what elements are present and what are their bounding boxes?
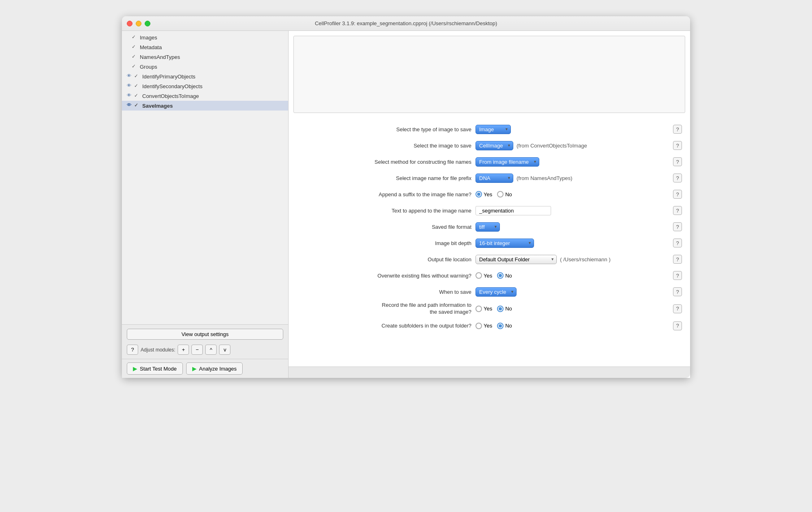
control-text-append xyxy=(475,206,673,215)
record-no-label: No xyxy=(505,306,512,312)
file-construct-select[interactable]: From image filename Single name Sequenti… xyxy=(475,157,539,167)
label-overwrite: Overwrite existing files without warning… xyxy=(297,273,475,279)
text-append-input[interactable] xyxy=(475,206,551,215)
help-image-type[interactable]: ? xyxy=(673,125,682,134)
start-test-mode-button[interactable]: ▶ Start Test Mode xyxy=(127,362,183,375)
select-wrapper-bit-depth: 16-bit integer 8-bit integer 32-bit floa… xyxy=(475,239,534,248)
select-wrapper-image-to-save: CellImage DNA OrigRed xyxy=(475,141,513,150)
close-button[interactable] xyxy=(127,21,132,26)
help-bit-depth[interactable]: ? xyxy=(673,239,682,247)
overwrite-yes-radio[interactable] xyxy=(475,272,482,279)
sidebar-item-groups[interactable]: ✓ Groups xyxy=(122,62,288,72)
sidebar-item-metadata[interactable]: ✓ Metadata xyxy=(122,42,288,52)
title-bar: CellProfiler 3.1.9: example_segmentation… xyxy=(122,16,690,31)
record-yes-radio[interactable] xyxy=(475,306,482,312)
view-output-settings-button[interactable]: View output settings xyxy=(127,329,283,340)
record-no-radio[interactable] xyxy=(497,306,504,312)
help-record-path[interactable]: ? xyxy=(673,304,682,313)
overwrite-no-radio[interactable] xyxy=(497,272,504,279)
sidebar-item-identifyprimary[interactable]: 👁 ✓ IdentifyPrimaryObjects xyxy=(122,72,288,81)
sidebar-item-images[interactable]: ✓ Images xyxy=(122,33,288,42)
sidebar-bottom: View output settings ? Adjust modules: +… xyxy=(122,324,288,359)
help-append-suffix[interactable]: ? xyxy=(673,190,682,199)
record-no-option[interactable]: No xyxy=(497,306,512,312)
eye-icon: 👁 xyxy=(127,83,133,89)
label-create-subfolders: Create subfolders in the output folder? xyxy=(297,323,475,329)
label-image-to-save: Select the image to save xyxy=(297,143,475,149)
control-append-suffix: Yes No xyxy=(475,191,673,197)
settings-grid: Select the type of image to save Image M… xyxy=(289,118,690,367)
output-location-suffix: ( /Users/rschiemann ) xyxy=(560,256,610,263)
output-location-select[interactable]: Default Output Folder Default Input Fold… xyxy=(475,255,557,264)
minimize-button[interactable] xyxy=(136,21,141,26)
analyze-images-button[interactable]: ▶ Analyze Images xyxy=(186,362,243,375)
help-button[interactable]: ? xyxy=(127,345,138,355)
file-format-select[interactable]: tiff png jpg bmp xyxy=(475,222,500,232)
append-yes-label: Yes xyxy=(484,191,492,197)
sidebar-item-label: IdentifyPrimaryObjects xyxy=(142,74,195,80)
select-wrapper-image-type: Image Mask Cropping Movie Objects xyxy=(475,125,511,134)
move-up-button[interactable]: ^ xyxy=(205,345,217,355)
label-output-location: Output file location xyxy=(297,256,475,263)
image-type-select[interactable]: Image Mask Cropping Movie Objects xyxy=(475,125,511,134)
select-wrapper-output-location: Default Output Folder Default Input Fold… xyxy=(475,255,557,264)
select-wrapper-file-prefix: DNA CellImage OrigRed xyxy=(475,174,513,183)
file-prefix-select[interactable]: DNA CellImage OrigRed xyxy=(475,174,513,183)
help-overwrite[interactable]: ? xyxy=(673,271,682,280)
sidebar-item-identifysecondary[interactable]: 👁 ✓ IdentifySecondaryObjects xyxy=(122,81,288,91)
setting-row-record-path: Record the file and path information tot… xyxy=(297,300,682,318)
sidebar-item-convertobjects[interactable]: 👁 ✓ ConvertObjectsToImage xyxy=(122,91,288,101)
help-image-to-save[interactable]: ? xyxy=(673,141,682,150)
sidebar-item-saveimages[interactable]: 👁 ✓ SaveImages xyxy=(122,101,288,111)
check-icon: ✓ xyxy=(132,54,138,60)
adjust-label: Adjust modules: xyxy=(141,347,175,353)
add-module-button[interactable]: + xyxy=(178,345,189,355)
bit-depth-select[interactable]: 16-bit integer 8-bit integer 32-bit floa… xyxy=(475,239,534,248)
create-subfolders-radio-group: Yes No xyxy=(475,323,512,329)
control-file-format: tiff png jpg bmp xyxy=(475,222,673,232)
control-output-location: Default Output Folder Default Input Fold… xyxy=(475,255,673,264)
control-create-subfolders: Yes No xyxy=(475,323,673,329)
subfolders-yes-radio[interactable] xyxy=(475,323,482,329)
help-create-subfolders[interactable]: ? xyxy=(673,321,682,330)
main-panel: Select the type of image to save Image M… xyxy=(289,31,690,378)
label-file-format: Saved file format xyxy=(297,224,475,230)
play-icon: ▶ xyxy=(133,365,137,372)
select-wrapper-file-construct: From image filename Single name Sequenti… xyxy=(475,157,539,167)
control-file-prefix: DNA CellImage OrigRed (from NamesAndType… xyxy=(475,174,673,183)
move-down-button[interactable]: v xyxy=(219,345,230,355)
record-path-radio-group: Yes No xyxy=(475,306,512,312)
bottom-controls: ? Adjust modules: + − ^ v xyxy=(127,345,283,355)
subfolders-no-radio[interactable] xyxy=(497,323,504,329)
help-file-prefix[interactable]: ? xyxy=(673,174,682,182)
sidebar: ✓ Images ✓ Metadata ✓ NamesAndTypes ✓ Gr… xyxy=(122,31,289,378)
append-no-option[interactable]: No xyxy=(497,191,512,197)
remove-module-button[interactable]: − xyxy=(191,345,203,355)
sidebar-item-namesandtypes[interactable]: ✓ NamesAndTypes xyxy=(122,52,288,62)
action-buttons: ▶ Start Test Mode ▶ Analyze Images xyxy=(122,359,288,378)
help-file-format[interactable]: ? xyxy=(673,222,682,231)
subfolders-yes-option[interactable]: Yes xyxy=(475,323,492,329)
sidebar-item-label: Metadata xyxy=(140,44,162,50)
control-image-to-save: CellImage DNA OrigRed (from ConvertObjec… xyxy=(475,141,673,150)
help-text-append[interactable]: ? xyxy=(673,206,682,215)
content-area: ✓ Images ✓ Metadata ✓ NamesAndTypes ✓ Gr… xyxy=(122,31,690,378)
help-file-construct[interactable]: ? xyxy=(673,157,682,166)
record-yes-option[interactable]: Yes xyxy=(475,306,492,312)
setting-row-file-construct: Select method for constructing file name… xyxy=(297,154,682,170)
append-no-label: No xyxy=(505,191,512,197)
check-icon: ✓ xyxy=(134,93,141,99)
image-to-save-select[interactable]: CellImage DNA OrigRed xyxy=(475,141,513,150)
subfolders-no-option[interactable]: No xyxy=(497,323,512,329)
help-when-save[interactable]: ? xyxy=(673,287,682,296)
append-yes-radio[interactable] xyxy=(475,191,482,197)
overwrite-yes-option[interactable]: Yes xyxy=(475,272,492,279)
overwrite-no-option[interactable]: No xyxy=(497,272,512,279)
help-output-location[interactable]: ? xyxy=(673,255,682,264)
append-yes-option[interactable]: Yes xyxy=(475,191,492,197)
sidebar-item-label: Groups xyxy=(140,64,157,70)
append-no-radio[interactable] xyxy=(497,191,504,197)
maximize-button[interactable] xyxy=(145,21,150,26)
when-save-select[interactable]: Every cycle First cycle Last cycle xyxy=(475,287,517,297)
overwrite-radio-group: Yes No xyxy=(475,272,512,279)
